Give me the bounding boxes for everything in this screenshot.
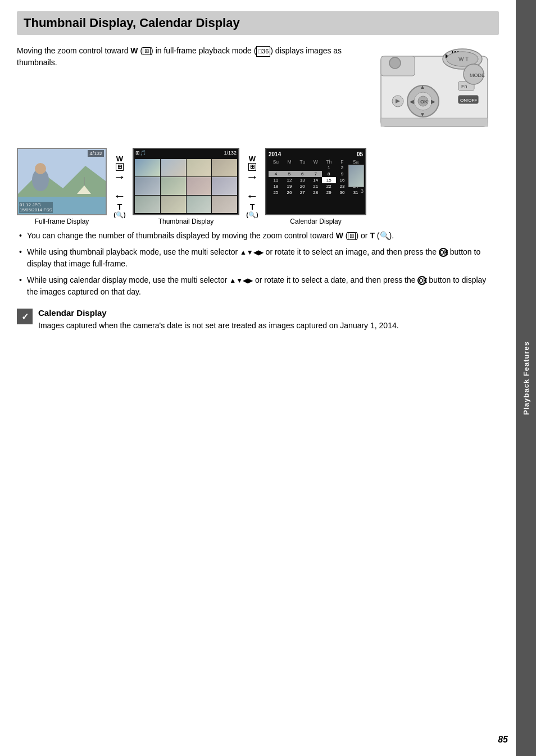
intro-section: Moving the zoom control toward W (⊞) in …: [17, 45, 499, 137]
cal-cell: 23: [336, 183, 349, 189]
cal-cell: 21: [309, 183, 322, 189]
w-text: W: [116, 155, 123, 163]
bullet-section: You can change the number of thumbnails …: [17, 230, 499, 298]
svg-text:ON/OFF: ON/OFF: [460, 98, 477, 103]
cal-header: 2014 05: [269, 151, 363, 157]
cal-cell: 28: [309, 189, 322, 196]
cal-cell-hl: 6: [296, 171, 309, 177]
cal-cell: 1: [322, 165, 336, 171]
right-arrow: →: [113, 171, 126, 183]
svg-text:▶: ▶: [431, 98, 435, 105]
checkmark-icon: ✓: [21, 311, 29, 322]
w-label: W: [130, 46, 138, 55]
arrow-1: W ⊞ → ← T (🔍): [111, 155, 128, 219]
cal-day-f: F: [336, 159, 349, 165]
arrow-bottom-2: ← T (🔍): [246, 190, 258, 219]
bullet-item-3: While using calendar display mode, use t…: [17, 274, 499, 298]
calendar-group: 2014 05 Su M Tu W Th F: [265, 148, 366, 225]
left-arrow-2: ←: [246, 190, 258, 202]
cal-cell: 19: [283, 183, 296, 189]
bullet-list: You can change the number of thumbnails …: [17, 230, 499, 298]
thumb-grid: [134, 158, 238, 214]
fullframe-counter: 4/132: [88, 150, 104, 157]
calendar-display: 2014 05 Su M Tu W Th F: [265, 148, 366, 215]
cal-cell-hl: 4: [269, 171, 283, 177]
cal-day-tu: Tu: [296, 159, 309, 165]
cal-cell: 26: [283, 189, 296, 196]
camera-top-image: W W T Fn ON/OFF ▲: [375, 45, 499, 137]
main-content: Thumbnail Display, Calendar Display Movi…: [0, 0, 516, 351]
cal-cell: 13: [296, 177, 309, 183]
cal-cell: 18: [269, 183, 283, 189]
fullframe-info: 01.12 JPG15/05/2014 FSS: [19, 202, 53, 213]
t-icon-2: (🔍): [246, 211, 258, 219]
cal-day-w: W: [309, 159, 322, 165]
sidebar-label: Playback Features: [522, 341, 530, 415]
cal-cell: 12: [283, 177, 296, 183]
t-arrow-label-2: T (🔍): [246, 202, 258, 219]
svg-text:MODE: MODE: [470, 73, 485, 78]
thumb-counter: 1/132: [224, 150, 237, 156]
multi-selector-arrows-1: ▲▼◀▶: [240, 248, 264, 256]
cal-thumb: [348, 165, 364, 187]
left-arrow: ←: [113, 190, 126, 202]
svg-rect-24: [381, 118, 488, 126]
svg-text:▲: ▲: [420, 84, 425, 90]
svg-text:Fn: Fn: [461, 84, 467, 89]
cal-cell: [296, 165, 309, 171]
svg-text:◀: ◀: [410, 98, 414, 105]
displays-wrapper: 4/132 01.12 JPG15/05/2014 FSS Full-frame…: [17, 148, 499, 225]
cal-spacer: [317, 151, 321, 157]
cal-cell: 20: [296, 183, 309, 189]
svg-text:▼: ▼: [420, 111, 425, 117]
arrow-2: W ⊞ → ← T (🔍): [244, 155, 261, 219]
fullframe-inner: 4/132 01.12 JPG15/05/2014 FSS: [18, 149, 106, 214]
w-text-2: W: [249, 155, 256, 163]
t-inline: T: [370, 231, 375, 240]
thumbnail-group: ⊞🎵 1/132: [133, 148, 239, 225]
cal-cell: 2: [336, 165, 349, 171]
page-title: Thumbnail Display, Calendar Display: [24, 16, 492, 30]
thumb-cell-4: [212, 159, 237, 176]
note-text: Images captured when the camera's date i…: [38, 320, 399, 332]
cal-cell-today: 15: [322, 177, 336, 183]
cal-cell: [283, 165, 296, 171]
ok-button-2: OK: [417, 276, 426, 285]
t-text-2: T: [250, 202, 255, 211]
thumb-cell-6: [161, 177, 186, 194]
cal-cell: 9: [336, 171, 349, 177]
page: Playback Features Thumbnail Display, Cal…: [0, 0, 536, 756]
thumb-cell-9: [135, 196, 160, 213]
cal-cell: 27: [296, 189, 309, 196]
right-arrow-2: →: [246, 171, 258, 183]
bullet-item-1: You can change the number of thumbnails …: [17, 230, 499, 242]
or-text: or: [361, 231, 367, 240]
cal-num: 3: [361, 188, 364, 194]
thumb-cell-2: [161, 159, 186, 176]
cal-cell: 25: [269, 189, 283, 196]
cal-days-header: Su M Tu W Th F Sa: [269, 159, 363, 165]
thumb-cell-3: [187, 159, 212, 176]
note-title: Calendar Display: [38, 308, 399, 318]
cal-cell: [269, 165, 283, 171]
arrow-top-2: W ⊞ →: [246, 155, 258, 183]
cal-cell: 16: [336, 177, 349, 183]
cal-day-th: Th: [322, 159, 336, 165]
arrow-bottom-1: ← T (🔍): [113, 190, 126, 219]
thumb-cell-5: [135, 177, 160, 194]
t-icon-inline: 🔍: [380, 231, 389, 240]
ok-button-1: OK: [439, 248, 448, 257]
bullet-item-2: While using thumbnail playback mode, use…: [17, 246, 499, 270]
w-icon: ⊞: [143, 47, 151, 55]
calendar-label: Calendar Display: [290, 218, 341, 225]
thumb-cell-11: [187, 196, 212, 213]
note-icon: ✓: [17, 309, 33, 324]
cal-cell: 14: [309, 177, 322, 183]
w-icon-inline: ⊞: [348, 232, 356, 240]
cal-cell: 11: [269, 177, 283, 183]
thumb-cell-12: [212, 196, 237, 213]
thumbnail-display: ⊞🎵 1/132: [133, 148, 239, 215]
thumb-cell-10: [161, 196, 186, 213]
w-arrow-label-2: W ⊞: [248, 155, 256, 171]
fullframe-label: Full-frame Display: [35, 218, 89, 225]
